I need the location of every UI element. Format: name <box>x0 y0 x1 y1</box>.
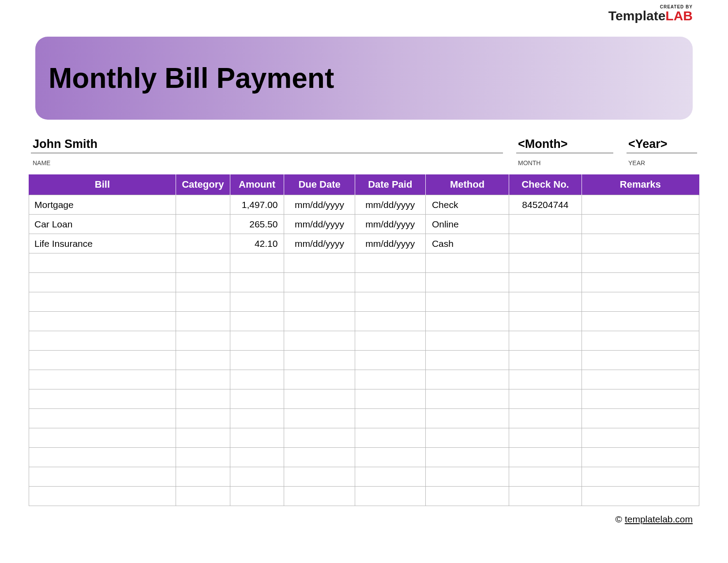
cell-category[interactable] <box>176 215 230 234</box>
cell-due-date[interactable] <box>284 448 355 467</box>
cell-check-no[interactable] <box>509 312 582 331</box>
cell-bill[interactable] <box>29 448 176 467</box>
cell-category[interactable] <box>176 351 230 370</box>
cell-amount[interactable] <box>230 331 284 351</box>
cell-remarks[interactable] <box>582 351 699 370</box>
cell-date-paid[interactable] <box>355 331 425 351</box>
cell-amount[interactable] <box>230 428 284 448</box>
cell-remarks[interactable] <box>582 370 699 389</box>
cell-method[interactable] <box>425 467 509 487</box>
cell-category[interactable] <box>176 428 230 448</box>
cell-category[interactable] <box>176 195 230 215</box>
cell-remarks[interactable] <box>582 467 699 487</box>
cell-amount[interactable] <box>230 370 284 389</box>
cell-check-no[interactable] <box>509 215 582 234</box>
cell-amount[interactable] <box>230 389 284 409</box>
cell-amount[interactable] <box>230 467 284 487</box>
cell-due-date[interactable] <box>284 487 355 506</box>
cell-date-paid[interactable] <box>355 467 425 487</box>
cell-amount[interactable] <box>230 409 284 428</box>
cell-amount[interactable] <box>230 292 284 312</box>
cell-method[interactable] <box>425 487 509 506</box>
cell-check-no[interactable] <box>509 234 582 253</box>
cell-bill[interactable] <box>29 370 176 389</box>
cell-check-no[interactable] <box>509 370 582 389</box>
cell-method[interactable] <box>425 312 509 331</box>
cell-bill[interactable] <box>29 487 176 506</box>
cell-due-date[interactable] <box>284 389 355 409</box>
cell-method[interactable] <box>425 253 509 273</box>
cell-method[interactable] <box>425 428 509 448</box>
cell-check-no[interactable]: 845204744 <box>509 195 582 215</box>
cell-due-date[interactable] <box>284 292 355 312</box>
cell-remarks[interactable] <box>582 273 699 292</box>
cell-method[interactable] <box>425 389 509 409</box>
cell-due-date[interactable] <box>284 467 355 487</box>
cell-bill[interactable] <box>29 331 176 351</box>
cell-method[interactable] <box>425 331 509 351</box>
cell-bill[interactable] <box>29 428 176 448</box>
cell-due-date[interactable]: mm/dd/yyyy <box>284 215 355 234</box>
cell-date-paid[interactable] <box>355 351 425 370</box>
cell-bill[interactable] <box>29 312 176 331</box>
cell-date-paid[interactable]: mm/dd/yyyy <box>355 234 425 253</box>
cell-remarks[interactable] <box>582 389 699 409</box>
cell-check-no[interactable] <box>509 253 582 273</box>
cell-method[interactable] <box>425 448 509 467</box>
cell-category[interactable] <box>176 409 230 428</box>
cell-date-paid[interactable] <box>355 389 425 409</box>
cell-due-date[interactable] <box>284 428 355 448</box>
cell-bill[interactable]: Car Loan <box>29 215 176 234</box>
cell-due-date[interactable] <box>284 253 355 273</box>
cell-date-paid[interactable] <box>355 292 425 312</box>
cell-check-no[interactable] <box>509 428 582 448</box>
cell-date-paid[interactable] <box>355 409 425 428</box>
cell-category[interactable] <box>176 487 230 506</box>
cell-category[interactable] <box>176 234 230 253</box>
cell-amount[interactable]: 42.10 <box>230 234 284 253</box>
cell-due-date[interactable] <box>284 312 355 331</box>
cell-amount[interactable] <box>230 487 284 506</box>
cell-amount[interactable]: 1,497.00 <box>230 195 284 215</box>
cell-check-no[interactable] <box>509 487 582 506</box>
cell-date-paid[interactable] <box>355 312 425 331</box>
cell-due-date[interactable]: mm/dd/yyyy <box>284 195 355 215</box>
cell-check-no[interactable] <box>509 389 582 409</box>
cell-bill[interactable] <box>29 273 176 292</box>
cell-bill[interactable] <box>29 467 176 487</box>
cell-check-no[interactable] <box>509 292 582 312</box>
cell-due-date[interactable] <box>284 409 355 428</box>
year-field[interactable]: <Year> <box>627 137 697 153</box>
cell-bill[interactable]: Life Insurance <box>29 234 176 253</box>
cell-bill[interactable] <box>29 389 176 409</box>
cell-remarks[interactable] <box>582 215 699 234</box>
cell-category[interactable] <box>176 448 230 467</box>
cell-check-no[interactable] <box>509 409 582 428</box>
cell-method[interactable] <box>425 292 509 312</box>
cell-category[interactable] <box>176 273 230 292</box>
cell-method[interactable] <box>425 370 509 389</box>
cell-category[interactable] <box>176 370 230 389</box>
cell-remarks[interactable] <box>582 487 699 506</box>
cell-category[interactable] <box>176 389 230 409</box>
cell-category[interactable] <box>176 312 230 331</box>
cell-category[interactable] <box>176 331 230 351</box>
cell-category[interactable] <box>176 292 230 312</box>
cell-method[interactable]: Online <box>425 215 509 234</box>
cell-method[interactable] <box>425 273 509 292</box>
cell-remarks[interactable] <box>582 312 699 331</box>
cell-bill[interactable] <box>29 292 176 312</box>
cell-date-paid[interactable] <box>355 428 425 448</box>
cell-amount[interactable] <box>230 351 284 370</box>
cell-remarks[interactable] <box>582 448 699 467</box>
cell-due-date[interactable] <box>284 351 355 370</box>
cell-check-no[interactable] <box>509 351 582 370</box>
cell-remarks[interactable] <box>582 195 699 215</box>
cell-amount[interactable] <box>230 273 284 292</box>
cell-amount[interactable] <box>230 312 284 331</box>
cell-amount[interactable] <box>230 448 284 467</box>
cell-remarks[interactable] <box>582 292 699 312</box>
cell-due-date[interactable] <box>284 370 355 389</box>
cell-bill[interactable]: Mortgage <box>29 195 176 215</box>
cell-remarks[interactable] <box>582 409 699 428</box>
